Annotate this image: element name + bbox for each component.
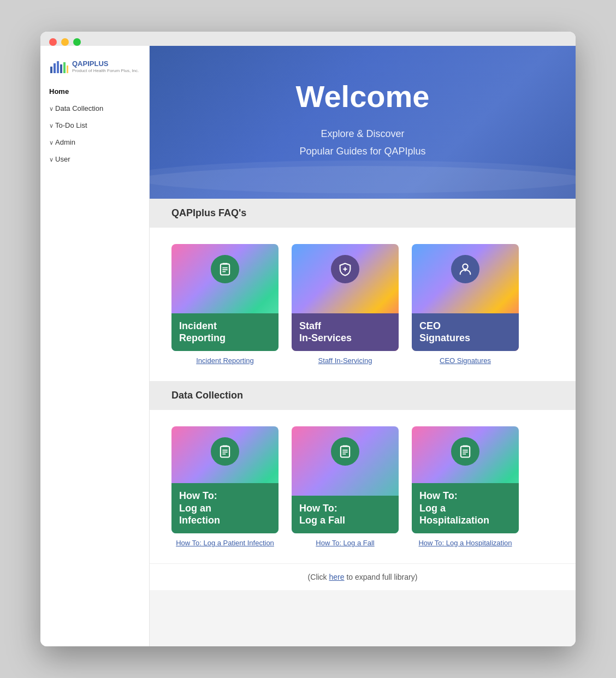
card-icon-circle-hosp: [451, 437, 479, 466]
faq-card-incident-label: IncidentReporting: [171, 313, 279, 351]
dc-card-fall-link[interactable]: How To: Log a Fall: [292, 539, 399, 547]
svg-rect-3: [60, 64, 62, 73]
card-icon-circle-fall: [331, 437, 359, 466]
faq-card-incident-link[interactable]: Incident Reporting: [171, 356, 279, 365]
dc-card-infection-link[interactable]: How To: Log a Patient Infection: [171, 539, 279, 547]
card-icon-circle-incident: [211, 255, 239, 283]
card-icon-circle-staff: [331, 255, 359, 283]
sidebar-item-admin[interactable]: Admin: [40, 134, 149, 151]
dc-card-infection-label: How To:Log anInfection: [171, 483, 279, 533]
logo: QAPIPLUS Product of Health Forum Plus, I…: [40, 55, 149, 83]
svg-rect-2: [57, 61, 59, 73]
clipboard-icon-infection: [217, 444, 233, 459]
dc-card-hospitalization[interactable]: How To:Log aHospitalization How To: Log …: [412, 426, 519, 547]
dc-card-hosp-label: How To:Log aHospitalization: [412, 483, 519, 533]
sidebar: QAPIPLUS Product of Health Forum Plus, I…: [40, 46, 150, 646]
dc-card-fall-image: How To:Log a Fall: [292, 426, 399, 533]
clipboard-icon-hosp: [458, 444, 473, 459]
faq-card-staff-image: StaffIn-Services: [292, 244, 399, 351]
hero-banner: Welcome Explore & Discover Popular Guide…: [150, 46, 576, 199]
clipboard-icon: [217, 261, 233, 277]
browser-chrome: [40, 32, 576, 46]
svg-rect-0: [50, 67, 52, 73]
dc-card-infection[interactable]: How To:Log anInfection How To: Log a Pat…: [171, 426, 279, 547]
sidebar-item-user[interactable]: User: [40, 151, 149, 168]
footer-text-before: (Click: [308, 573, 329, 581]
faq-card-staff-link[interactable]: Staff In-Servicing: [292, 356, 399, 365]
data-collection-cards-container: How To:Log anInfection How To: Log a Pat…: [150, 410, 576, 563]
clipboard-icon-fall: [337, 444, 353, 459]
svg-point-12: [463, 264, 467, 269]
hero-subtitle-1: Explore & Discover: [171, 125, 554, 142]
dc-card-fall-label: How To:Log a Fall: [292, 496, 399, 533]
expand-library-link[interactable]: here: [329, 573, 345, 581]
faq-card-incident[interactable]: IncidentReporting Incident Reporting: [171, 244, 279, 365]
svg-rect-5: [67, 66, 68, 73]
browser-window: QAPIPLUS Product of Health Forum Plus, I…: [40, 32, 576, 646]
dc-card-infection-image: How To:Log anInfection: [171, 426, 279, 533]
user-star-icon: [458, 261, 473, 277]
card-icon-circle-infection: [211, 437, 239, 466]
faq-card-ceo-link[interactable]: CEO Signatures: [412, 356, 519, 365]
hero-title: Welcome: [171, 79, 554, 114]
footer: (Click here to expand full library): [150, 563, 576, 590]
sidebar-item-data-collection[interactable]: Data Collection: [40, 100, 149, 117]
sidebar-item-todo-list[interactable]: To-Do List: [40, 117, 149, 134]
app-layout: QAPIPLUS Product of Health Forum Plus, I…: [40, 46, 576, 646]
logo-text: QAPIPLUS: [72, 60, 139, 68]
svg-rect-4: [63, 62, 66, 73]
sidebar-item-home[interactable]: Home: [40, 83, 149, 100]
faq-card-ceo-image: CEOSignatures: [412, 244, 519, 351]
faq-card-ceo[interactable]: CEOSignatures CEO Signatures: [412, 244, 519, 365]
faq-card-ceo-label: CEOSignatures: [412, 313, 519, 351]
faq-cards-container: IncidentReporting Incident Reporting: [150, 228, 576, 381]
minimize-button[interactable]: [61, 38, 69, 46]
data-collection-section-header: Data Collection: [150, 381, 576, 410]
hero-subtitle-2: Popular Guides for QAPIplus: [171, 142, 554, 160]
dc-card-fall[interactable]: How To:Log a Fall How To: Log a Fall: [292, 426, 399, 547]
card-icon-circle-ceo: [451, 255, 479, 283]
dc-card-hosp-image: How To:Log aHospitalization: [412, 426, 519, 533]
close-button[interactable]: [49, 38, 57, 46]
logo-icon: [49, 59, 69, 74]
maximize-button[interactable]: [73, 38, 81, 46]
faq-section-header: QAPIplus FAQ's: [150, 199, 576, 228]
sidebar-navigation: Home Data Collection To-Do List Admin Us…: [40, 83, 149, 168]
faq-card-incident-image: IncidentReporting: [171, 244, 279, 351]
footer-text-after: to expand full library): [345, 573, 418, 581]
svg-rect-1: [54, 63, 56, 73]
shield-plus-icon: [337, 261, 353, 277]
main-content: Welcome Explore & Discover Popular Guide…: [150, 46, 576, 646]
logo-sub: Product of Health Forum Plus, Inc.: [72, 68, 139, 73]
dc-card-hosp-link[interactable]: How To: Log a Hospitalization: [412, 539, 519, 547]
faq-card-staff[interactable]: StaffIn-Services Staff In-Servicing: [292, 244, 399, 365]
faq-card-staff-label: StaffIn-Services: [292, 313, 399, 351]
